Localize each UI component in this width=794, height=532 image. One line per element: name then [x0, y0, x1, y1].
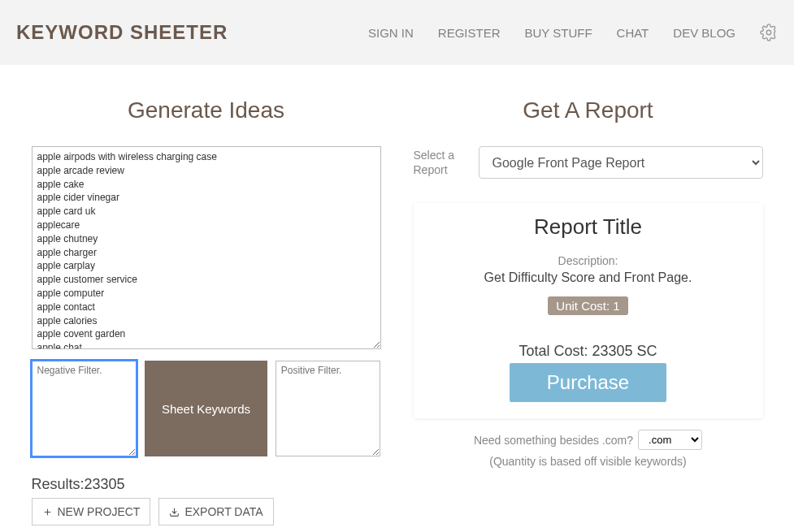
description-label: Description:	[430, 254, 747, 267]
tld-line: Need something besides .com? .com	[414, 430, 763, 450]
action-buttons: NEW PROJECT EXPORT DATA	[32, 498, 381, 526]
filter-row: Sheet Keywords	[32, 361, 381, 456]
main-container: Generate Ideas Sheet Keywords Results:23…	[15, 65, 779, 532]
export-data-label: EXPORT DATA	[184, 505, 262, 518]
nav-blog[interactable]: DEV BLOG	[673, 26, 735, 40]
select-report-label: Select a Report	[414, 148, 462, 177]
nav: SIGN IN REGISTER BUY STUFF CHAT DEV BLOG	[368, 24, 778, 41]
svg-point-0	[766, 30, 771, 35]
report-card-title: Report Title	[430, 214, 747, 240]
generate-ideas-title: Generate Ideas	[32, 97, 381, 123]
download-icon	[169, 507, 180, 517]
description-text: Get Difficulty Score and Front Page.	[430, 270, 747, 285]
nav-chat[interactable]: CHAT	[617, 26, 649, 40]
report-select[interactable]: Google Front Page Report	[479, 146, 763, 179]
report-card: Report Title Description: Get Difficulty…	[414, 203, 763, 418]
tld-select[interactable]: .com	[638, 430, 702, 450]
results-line: Results:23305	[32, 476, 381, 493]
new-project-button[interactable]: NEW PROJECT	[32, 498, 151, 526]
report-select-row: Select a Report Google Front Page Report	[414, 146, 763, 179]
brand-logo[interactable]: KEYWORD SHEETER	[16, 21, 228, 44]
gear-icon[interactable]	[760, 24, 778, 41]
nav-register[interactable]: REGISTER	[438, 26, 501, 40]
nav-signin[interactable]: SIGN IN	[368, 26, 414, 40]
quantity-note: (Quantity is based off visible keywords)	[414, 455, 763, 468]
new-project-label: NEW PROJECT	[58, 505, 141, 518]
get-report-title: Get A Report	[414, 97, 763, 123]
total-cost: Total Cost: 23305 SC	[430, 343, 747, 360]
negative-filter-input[interactable]	[32, 361, 137, 456]
generate-ideas-panel: Generate Ideas Sheet Keywords Results:23…	[32, 97, 381, 526]
purchase-button[interactable]: Purchase	[510, 363, 666, 402]
export-data-button[interactable]: EXPORT DATA	[158, 498, 273, 526]
unit-cost-badge: Unit Cost: 1	[548, 296, 627, 315]
get-report-panel: Get A Report Select a Report Google Fron…	[414, 97, 763, 526]
plus-icon	[42, 507, 53, 517]
positive-filter-input[interactable]	[276, 361, 381, 456]
tld-question: Need something besides .com?	[474, 434, 633, 447]
results-label: Results:	[32, 476, 85, 492]
keywords-textarea[interactable]	[32, 146, 381, 349]
sheet-keywords-button[interactable]: Sheet Keywords	[145, 361, 267, 456]
results-count: 23305	[85, 476, 125, 492]
footer-note: Need something besides .com? .com (Quant…	[414, 430, 763, 468]
nav-buy[interactable]: BUY STUFF	[524, 26, 592, 40]
header: KEYWORD SHEETER SIGN IN REGISTER BUY STU…	[0, 0, 794, 65]
